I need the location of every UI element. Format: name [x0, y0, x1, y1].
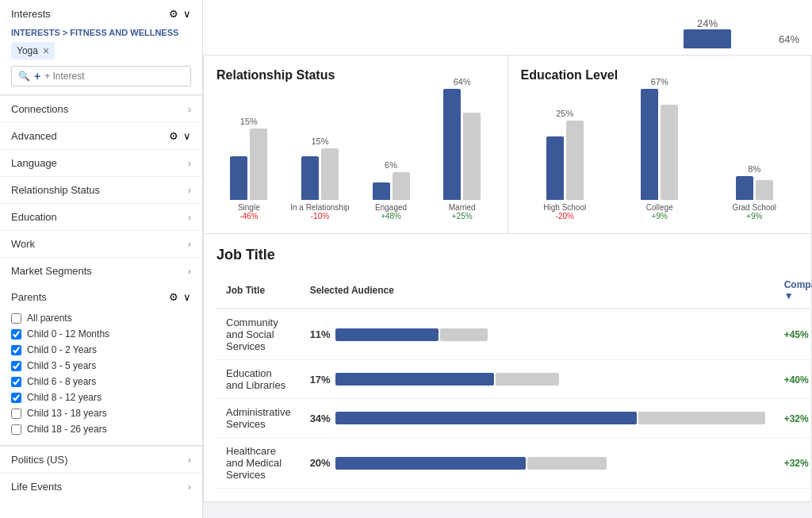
parent-checkbox[interactable] — [11, 361, 21, 371]
checkbox-item: Child 6 - 8 years — [11, 374, 191, 389]
bar-label: High School — [543, 203, 586, 212]
chevron-down-icon: ∨ — [183, 291, 191, 303]
checkbox-item: Child 0 - 12 Months — [11, 326, 191, 342]
compare-cell: +40% — [775, 360, 812, 399]
bar-group: 15%In a Relationship-10% — [288, 94, 353, 221]
plus-icon: + — [34, 70, 40, 82]
parent-checkbox[interactable] — [11, 409, 21, 419]
bar-change: -20% — [556, 212, 574, 221]
job-title-section: Job Title Job Title Selected Audience Co… — [203, 234, 812, 502]
audience-bar-gray — [496, 373, 559, 386]
interests-search-box[interactable]: 🔍 + — [11, 66, 191, 86]
relationship-status-bars: 15%Single-46%15%In a Relationship-10%6%E… — [216, 94, 495, 221]
sidebar-section-parents: Parents ⚙ ∨ All parentsChild 0 - 12 Mont… — [0, 284, 202, 446]
checkbox-item: All parents — [11, 310, 191, 326]
bar-change: +9% — [652, 212, 668, 221]
bar-pct-label: 15% — [311, 136, 328, 146]
bar-label: College — [646, 203, 673, 212]
chevron-right-icon: › — [188, 482, 191, 493]
sidebar-item-market-segments[interactable]: Market Segments › — [0, 257, 202, 284]
gray-bar — [321, 148, 339, 200]
remove-tag-button[interactable]: × — [43, 44, 49, 57]
bar-label: Grad School — [732, 203, 776, 212]
audience-pct: 17% — [310, 374, 331, 386]
sidebar-interests-label: Interests — [11, 8, 51, 20]
gear-icon: ⚙ — [169, 8, 178, 20]
interests-breadcrumb: INTERESTS > FITNESS AND WELLNESS — [11, 28, 191, 37]
compare-value: +32% — [784, 458, 809, 469]
bar-group: 8%Grad School+9% — [710, 94, 799, 221]
compare-value: +45% — [784, 329, 809, 340]
bar-change: -46% — [239, 212, 258, 221]
compare-cell: +32% — [775, 399, 812, 438]
sidebar-item-interests[interactable]: Interests ⚙ ∨ — [0, 0, 202, 28]
gray-bar — [250, 129, 267, 200]
main-content: 24% 64% Relationship Status 15%Single-46… — [203, 0, 812, 518]
parent-checkbox-label: Child 13 - 18 years — [27, 408, 107, 419]
chevron-down-icon: ∨ — [183, 8, 191, 20]
sidebar-advanced-label: Advanced — [11, 130, 57, 142]
compare-cell: +45% — [775, 309, 812, 360]
sidebar-item-work[interactable]: Work › — [0, 230, 202, 257]
compare-cell: +32% — [775, 438, 812, 489]
checkbox-item: Child 8 - 12 years — [11, 389, 191, 405]
sidebar-item-connections[interactable]: Connections › — [0, 95, 202, 122]
bar-pct-label: 8% — [748, 164, 760, 174]
parent-checkbox-label: Child 18 - 26 years — [27, 424, 107, 435]
bar-label: Single — [238, 203, 260, 212]
bar-label: Engaged — [375, 203, 407, 212]
parent-checkbox-label: Child 0 - 12 Months — [27, 328, 109, 340]
chevron-right-icon: › — [188, 212, 191, 223]
gray-bar — [661, 105, 678, 200]
table-row: Healthcare and Medical Services20%+32% — [216, 438, 812, 489]
compare-value: +40% — [784, 374, 809, 386]
audience-cell: 17% — [301, 360, 775, 399]
checkbox-item: Child 13 - 18 years — [11, 405, 191, 421]
job-table: Job Title Selected Audience Compare ▼ Co… — [216, 273, 812, 489]
bar-group: 15%Single-46% — [216, 94, 282, 221]
sidebar-work-label: Work — [11, 238, 35, 250]
bar-pct-label: 64% — [454, 77, 471, 86]
bar-label: Married — [449, 203, 476, 212]
col-compare[interactable]: Compare ▼ — [775, 273, 812, 309]
job-title-cell: Healthcare and Medical Services — [216, 438, 301, 489]
parent-checkbox[interactable] — [11, 393, 21, 403]
table-row: Administrative Services34%+32% — [216, 399, 812, 438]
blue-bar — [443, 89, 461, 200]
education-level-chart: Education Level 25%High School-20%67%Col… — [508, 56, 813, 234]
parent-checkbox[interactable] — [11, 377, 21, 387]
audience-bar-blue — [335, 457, 526, 470]
parent-checkbox-label: All parents — [27, 313, 72, 324]
audience-pct: 34% — [310, 412, 331, 424]
blue-bar — [301, 156, 319, 200]
sidebar-item-politics[interactable]: Politics (US) › — [0, 446, 202, 473]
sidebar-item-language[interactable]: Language › — [0, 149, 202, 176]
gear-icon: ⚙ — [169, 291, 178, 303]
parent-checkbox[interactable] — [11, 424, 21, 435]
chevron-right-icon: › — [188, 239, 191, 250]
audience-bar-gray — [638, 412, 765, 424]
table-row: Education and Libraries17%+40% — [216, 360, 812, 399]
parent-checkbox[interactable] — [11, 329, 21, 340]
interests-search-input[interactable] — [44, 71, 184, 82]
chevron-right-icon: › — [188, 158, 191, 169]
sidebar-item-relationship-status[interactable]: Relationship Status › — [0, 176, 202, 203]
sidebar-item-advanced[interactable]: Advanced ⚙ ∨ — [0, 122, 202, 149]
audience-cell: 20% — [301, 438, 775, 489]
sidebar-item-life-events[interactable]: Life Events › — [0, 473, 202, 500]
parent-checkbox[interactable] — [11, 313, 21, 324]
gray-bar — [566, 121, 584, 200]
chevron-down-icon: ∨ — [183, 130, 191, 142]
job-title-heading: Job Title — [216, 247, 799, 263]
sidebar-item-parents[interactable]: Parents ⚙ ∨ — [0, 284, 202, 310]
gray-bar — [463, 113, 481, 200]
bar-group: 6%Engaged+48% — [358, 94, 423, 221]
sidebar-politics-label: Politics (US) — [11, 454, 68, 466]
sidebar-item-education[interactable]: Education › — [0, 203, 202, 230]
sidebar-connections-label: Connections — [11, 103, 68, 115]
bar-change: +48% — [381, 212, 401, 221]
bar-pct-label: 25% — [556, 109, 573, 118]
parent-checkbox[interactable] — [11, 345, 21, 355]
gear-icon: ⚙ — [169, 130, 178, 142]
parent-checkbox-label: Child 0 - 2 Years — [27, 344, 97, 355]
